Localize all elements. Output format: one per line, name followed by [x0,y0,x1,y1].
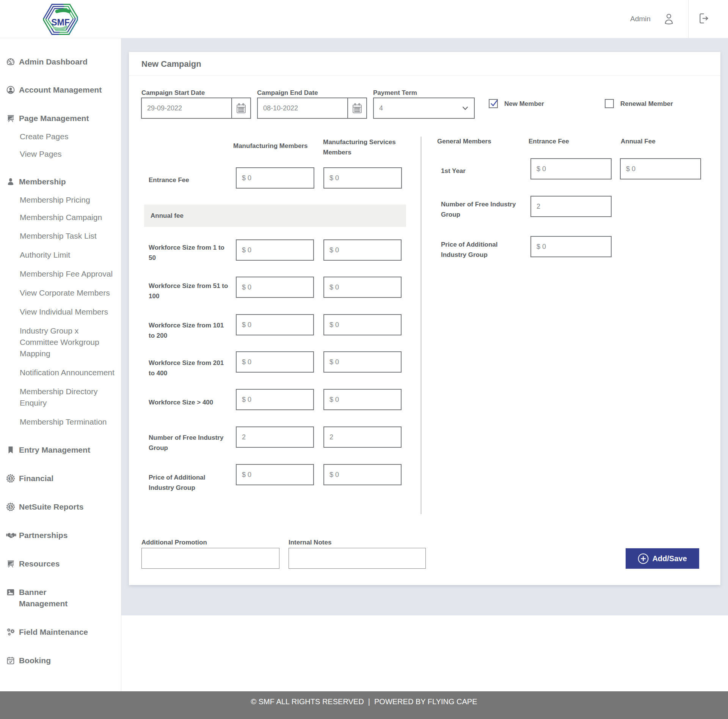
svg-text:SMF: SMF [51,17,70,27]
svg-text:$: $ [9,505,12,509]
svg-text:$: $ [9,477,12,481]
